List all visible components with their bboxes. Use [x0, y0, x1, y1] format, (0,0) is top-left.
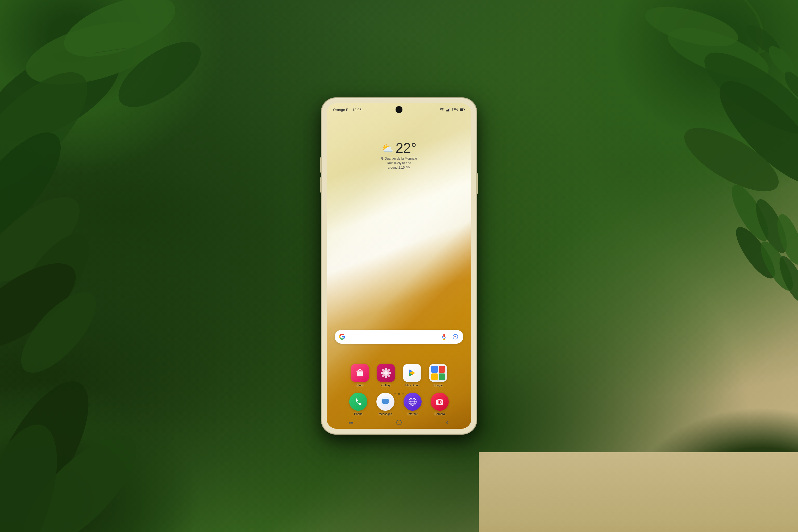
playstore-svg [406, 367, 418, 379]
svg-rect-35 [464, 109, 465, 110]
messages-app-label: Messages [379, 412, 392, 416]
svg-rect-64 [397, 420, 401, 425]
phone-app-icon [349, 393, 367, 411]
signal-icon [446, 108, 450, 111]
svg-rect-32 [449, 108, 450, 111]
app-phone[interactable]: Phone [348, 393, 369, 416]
app-gallery[interactable]: Gallery [375, 364, 397, 387]
status-bar: Orange F 12:05 [327, 103, 471, 116]
playstore-label: Play Store [405, 384, 419, 387]
messages-app-icon [376, 393, 395, 411]
wifi-icon [439, 108, 444, 111]
store-svg [355, 368, 365, 378]
app-internet[interactable]: Internet [402, 393, 423, 416]
app-google[interactable]: Google [428, 364, 449, 387]
app-playstore[interactable]: Play Store [401, 364, 423, 387]
lens-icon [453, 334, 458, 340]
svg-rect-31 [448, 109, 449, 111]
camera-svg [434, 396, 445, 407]
back-button[interactable] [442, 418, 453, 426]
search-icons [440, 333, 459, 341]
phone-body: Orange F 12:05 [322, 98, 476, 434]
phone-screen: Orange F 12:05 [327, 103, 471, 429]
status-icons: 77% [439, 108, 465, 111]
app-messages[interactable]: Messages [375, 393, 396, 416]
time-label: 12:05 [353, 108, 361, 112]
svg-rect-36 [443, 334, 445, 337]
google-label: Google [433, 384, 443, 387]
store-label: Store [357, 384, 363, 387]
battery-icon [460, 108, 465, 111]
back-icon [445, 420, 449, 425]
dock-row: Phone Messages [327, 393, 471, 416]
gallery-svg [380, 367, 392, 379]
volume-up-button[interactable] [320, 157, 322, 173]
google-red-dot [439, 366, 445, 373]
google-folder-icon [429, 364, 447, 382]
mic-icon [441, 334, 447, 340]
weather-temperature: 22° [396, 140, 417, 156]
volume-down-button[interactable] [320, 177, 322, 193]
recents-button[interactable] [345, 418, 356, 426]
svg-rect-30 [447, 110, 448, 111]
voice-search-button[interactable] [440, 333, 448, 341]
google-yellow-dot [431, 374, 438, 380]
playstore-icon [403, 364, 421, 382]
google-grid [429, 364, 447, 382]
messages-svg [380, 396, 391, 407]
google-blue-dot [431, 366, 438, 373]
home-button[interactable] [394, 418, 404, 426]
lens-search-button[interactable] [452, 333, 459, 341]
phone-app-label: Phone [354, 412, 363, 416]
app-row-1: Store [332, 364, 466, 387]
app-camera[interactable]: Camera [429, 393, 450, 416]
navigation-bar [327, 416, 471, 429]
weather-description: Rain likely to end around 2:15 PM [381, 161, 417, 170]
location-pin-icon [381, 157, 384, 160]
internet-app-icon [403, 393, 422, 411]
google-green-dot [439, 374, 445, 380]
app-grid: Store [327, 364, 471, 389]
weather-widget[interactable]: ⛅ 22° Quartier de la Monnaie Rain likely… [381, 140, 417, 170]
phone-device: Orange F 12:05 [322, 98, 476, 434]
carrier-label: Orange F [333, 108, 348, 112]
store-icon [351, 364, 369, 382]
svg-point-40 [455, 336, 456, 337]
gallery-label: Gallery [381, 384, 391, 387]
svg-rect-29 [446, 110, 446, 111]
google-logo [339, 334, 345, 340]
phone-svg [353, 397, 363, 407]
weather-location: Quartier de la Monnaie [381, 157, 417, 160]
weather-icon: ⛅ [381, 142, 394, 154]
internet-app-label: Internet [407, 412, 417, 416]
app-store[interactable]: Store [349, 364, 370, 387]
recents-icon [348, 420, 354, 425]
internet-svg [407, 396, 418, 407]
gallery-icon [377, 364, 395, 382]
power-button[interactable] [476, 173, 478, 194]
google-search-bar[interactable] [335, 330, 463, 344]
svg-point-57 [439, 401, 440, 403]
home-icon [396, 419, 402, 425]
camera-app-label: Camera [434, 412, 445, 416]
battery-percentage: 77% [452, 108, 458, 111]
camera-app-icon [431, 393, 449, 411]
carrier-time: Orange F 12:05 [333, 108, 361, 112]
front-camera [396, 106, 402, 113]
svg-rect-34 [460, 109, 463, 111]
location-label: Quartier de la Monnaie [384, 157, 417, 160]
